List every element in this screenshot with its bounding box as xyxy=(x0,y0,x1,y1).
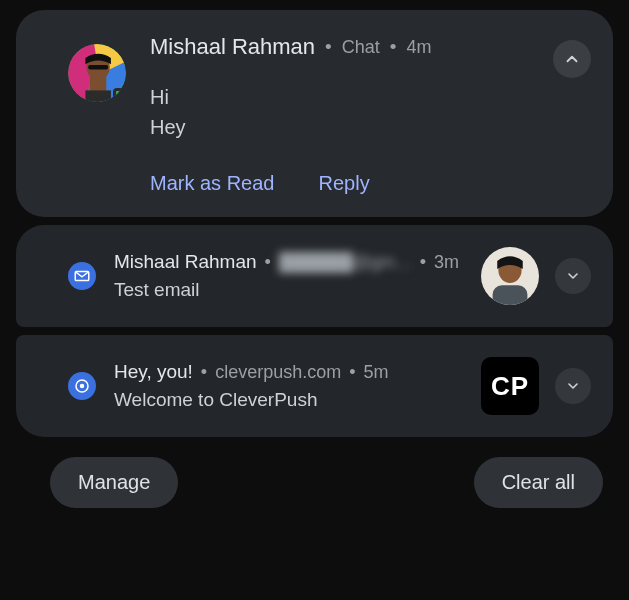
gmail-icon xyxy=(68,262,96,290)
expand-button[interactable] xyxy=(555,258,591,294)
svg-rect-4 xyxy=(85,90,111,102)
chrome-icon xyxy=(68,372,96,400)
chevron-down-icon xyxy=(565,378,581,394)
email-sender: Mishaal Rahman xyxy=(114,251,257,273)
mark-as-read-button[interactable]: Mark as Read xyxy=(150,172,275,195)
separator-dot: • xyxy=(201,362,207,383)
push-source: cleverpush.com xyxy=(215,362,341,383)
expand-button[interactable] xyxy=(555,368,591,404)
clear-all-button[interactable]: Clear all xyxy=(474,457,603,508)
collapse-button[interactable] xyxy=(553,40,591,78)
push-thumbnail: CP xyxy=(481,357,539,415)
notification-chat[interactable]: Mishaal Rahman • Chat • 4m Hi Hey Mark a… xyxy=(16,10,613,217)
push-thumb-text: CP xyxy=(491,371,529,402)
svg-rect-5 xyxy=(88,65,108,70)
reply-button[interactable]: Reply xyxy=(319,172,370,195)
sender-name: Mishaal Rahman xyxy=(150,34,315,60)
separator-dot: • xyxy=(325,36,332,58)
app-name: Chat xyxy=(342,37,380,58)
contact-avatar xyxy=(481,247,539,305)
timestamp: 4m xyxy=(406,37,431,58)
chevron-up-icon xyxy=(563,50,581,68)
separator-dot: • xyxy=(349,362,355,383)
notification-push[interactable]: Hey, you! • cleverpush.com • 5m Welcome … xyxy=(16,335,613,437)
message-line: Hey xyxy=(150,112,587,142)
timestamp: 5m xyxy=(364,362,389,383)
manage-button[interactable]: Manage xyxy=(50,457,178,508)
push-title: Hey, you! xyxy=(114,361,193,383)
email-address-redacted: ██████@gm… xyxy=(279,252,412,273)
svg-point-11 xyxy=(80,384,85,389)
separator-dot: • xyxy=(390,36,397,58)
email-subject: Test email xyxy=(114,279,469,301)
chat-app-badge xyxy=(113,88,126,102)
sender-avatar xyxy=(68,44,126,102)
timestamp: 3m xyxy=(434,252,459,273)
chevron-down-icon xyxy=(565,268,581,284)
message-line: Hi xyxy=(150,82,587,112)
svg-rect-9 xyxy=(493,285,528,305)
footer-actions: Manage Clear all xyxy=(16,445,613,508)
separator-dot: • xyxy=(265,252,271,273)
push-body: Welcome to CleverPush xyxy=(114,389,469,411)
notification-email[interactable]: Mishaal Rahman • ██████@gm… • 3m Test em… xyxy=(16,225,613,327)
message-body: Hi Hey xyxy=(150,82,587,142)
separator-dot: • xyxy=(420,252,426,273)
